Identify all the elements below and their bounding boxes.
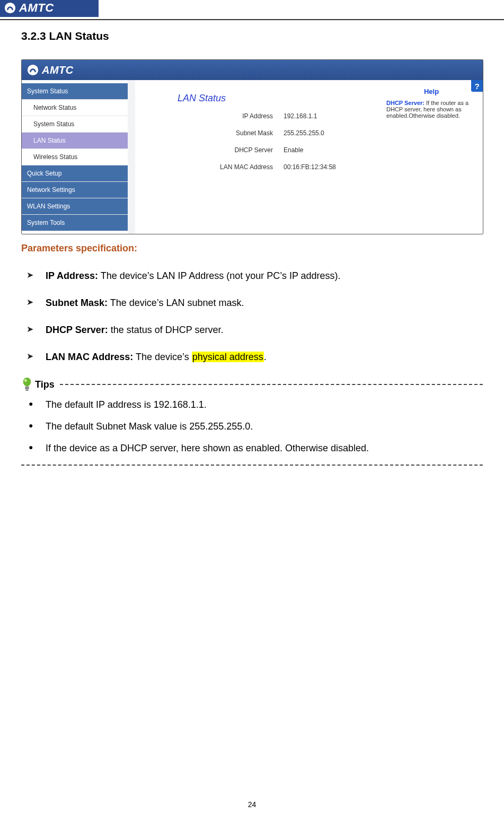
status-value: 255.255.255.0 [284,129,324,137]
param-term: LAN MAC Address: [46,352,133,362]
section-heading: 3.2.3 LAN Status [21,30,483,42]
status-row: DHCP ServerEnable [178,146,369,154]
sidebar-item[interactable]: LAN Status [22,133,128,149]
sidebar-item[interactable]: System Tools [22,215,128,231]
status-label: Subnet Mask [178,129,284,137]
dashed-rule [60,384,483,385]
ui-gap [128,80,135,234]
svg-point-3 [24,379,27,382]
svg-rect-5 [25,390,29,391]
status-row: Subnet Mask255.255.255.0 [178,129,369,137]
tip-item: The default Subnet Mask value is 255.255… [21,421,483,432]
help-body: DHCP Server: If the router as a DHCP ser… [386,100,476,119]
status-value: Enable [284,146,303,154]
params-title: Parameters specification: [21,243,483,254]
page-number: 24 [0,800,504,809]
param-term: Subnet Mask: [46,297,108,308]
ui-center-title: LAN Status [178,93,369,104]
ui-center: LAN Status IP Address192.168.1.1Subnet M… [135,80,380,234]
params-list: IP Address: The device’s LAN IP Address … [21,269,483,364]
brand-text: AMTC [19,1,54,15]
sidebar-item[interactable]: System Status [22,83,128,100]
ui-help-pane: ? Help DHCP Server: If the router as a D… [380,80,483,234]
status-value: 192.168.1.1 [284,112,317,120]
sidebar-item[interactable]: Network Status [22,100,128,116]
status-label: DHCP Server [178,146,284,154]
param-desc: The device’s LAN IP Address (not your PC… [98,270,341,281]
ui-logo-icon [27,64,39,76]
tips-label: Tips [35,379,55,390]
help-bold: DHCP Server: [386,100,425,106]
lightbulb-icon [21,377,33,392]
tip-item: If the device as a DHCP server, here sho… [21,443,483,454]
status-value: 00:16:FB:12:34:58 [284,163,336,171]
sidebar-item[interactable]: Wireless Status [22,149,128,165]
sidebar-item[interactable]: System Status [22,116,128,133]
divider [0,19,504,20]
status-row: LAN MAC Address00:16:FB:12:34:58 [178,163,369,171]
ui-sidebar: System StatusNetwork StatusSystem Status… [22,80,128,234]
page-brand-bar: AMTC [0,0,99,17]
svg-rect-4 [25,386,29,389]
param-term: IP Address: [46,270,98,281]
ui-titlebar: AMTC [22,60,483,80]
tips-header: Tips [21,377,483,392]
help-title: Help [386,87,476,95]
svg-point-2 [23,378,31,387]
router-ui-screenshot: AMTC System StatusNetwork StatusSystem S… [21,59,483,234]
param-item: LAN MAC Address: The device’s physical a… [21,350,483,364]
ui-brand-text: AMTC [42,64,74,76]
sidebar-item[interactable]: Network Settings [22,182,128,198]
param-item: DHCP Server: the status of DHCP server. [21,323,483,337]
status-label: LAN MAC Address [178,163,284,171]
status-label: IP Address [178,112,284,120]
param-term: DHCP Server: [46,325,108,335]
tip-item: The default IP address is 192.168.1.1. [21,399,483,410]
param-desc: the status of DHCP server. [108,325,224,335]
status-row: IP Address192.168.1.1 [178,112,369,120]
sidebar-item[interactable]: Quick Setup [22,165,128,182]
brand-logo-icon [4,2,16,14]
dashed-rule-bottom [21,465,483,466]
tips-list: The default IP address is 192.168.1.1.Th… [21,399,483,454]
param-desc: The device’s LAN subnet mask. [108,297,244,308]
help-icon[interactable]: ? [471,80,483,92]
param-item: IP Address: The device’s LAN IP Address … [21,269,483,283]
highlight: physical address [192,352,264,362]
sidebar-item[interactable]: WLAN Settings [22,198,128,215]
param-item: Subnet Mask: The device’s LAN subnet mas… [21,296,483,310]
